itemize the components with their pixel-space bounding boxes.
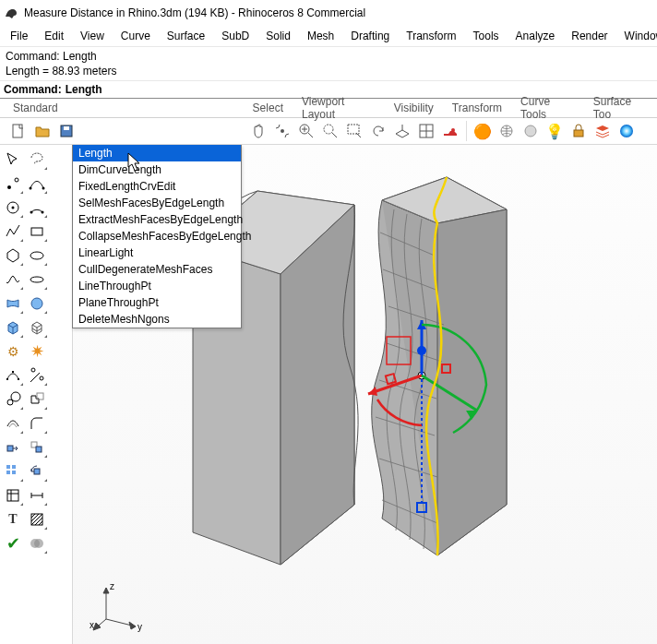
surface-icon[interactable]: [2, 292, 24, 315]
four-view-icon[interactable]: [415, 120, 437, 142]
autocomplete-item[interactable]: LineThroughPt: [73, 278, 241, 294]
toolbar-separator: [466, 121, 467, 141]
dimension-icon[interactable]: [26, 484, 48, 507]
pan-hand-icon[interactable]: [247, 120, 269, 142]
autocomplete-item[interactable]: DimCurveLength: [73, 161, 241, 178]
set-cplane-icon[interactable]: [391, 120, 413, 142]
menu-transform[interactable]: Transform: [398, 28, 464, 44]
tab-select[interactable]: Select: [244, 100, 293, 116]
edit-points-icon[interactable]: [2, 364, 24, 387]
menu-subd[interactable]: SubD: [213, 28, 257, 44]
command-input[interactable]: Length: [66, 83, 102, 96]
rotate-view-icon[interactable]: [271, 120, 293, 142]
svg-point-5: [324, 125, 333, 134]
autocomplete-item[interactable]: FixedLengthCrvEdit: [73, 178, 241, 195]
svg-point-28: [40, 376, 43, 380]
gear-icon[interactable]: ⚙: [2, 340, 24, 363]
menu-bar: File Edit View Curve Surface SubD Solid …: [0, 26, 657, 47]
text-icon[interactable]: T: [2, 508, 24, 531]
autocomplete-item[interactable]: Length: [73, 145, 241, 161]
zoom-extents-icon[interactable]: [319, 120, 341, 142]
lock-icon[interactable]: [567, 120, 590, 142]
autocomplete-item[interactable]: SelMeshFacesByEdgeLength: [73, 195, 241, 211]
menu-analyze[interactable]: Analyze: [508, 28, 564, 44]
properties-icon[interactable]: [2, 484, 24, 507]
svg-text:x: x: [90, 620, 94, 630]
array-icon[interactable]: [2, 460, 24, 483]
tab-transform[interactable]: Transform: [443, 100, 511, 116]
ghosted-icon[interactable]: [520, 120, 542, 142]
autocomplete-item[interactable]: CollapseMeshFacesByEdgeLength: [73, 228, 241, 244]
tab-viewport-layout[interactable]: Viewport Layout: [293, 93, 385, 123]
autocomplete-item[interactable]: PlaneThroughPt: [73, 294, 241, 311]
render-icon[interactable]: [615, 120, 638, 142]
rhino-app-icon: [4, 6, 18, 20]
offset-icon[interactable]: [2, 412, 24, 435]
tab-standard[interactable]: Standard: [4, 100, 67, 116]
menu-tools[interactable]: Tools: [465, 28, 508, 44]
named-view-icon[interactable]: [439, 120, 461, 142]
menu-window[interactable]: Window: [616, 28, 657, 44]
tab-curve-tools[interactable]: Curve Tools: [511, 93, 584, 123]
menu-surface[interactable]: Surface: [159, 28, 213, 44]
svg-point-19: [30, 211, 33, 214]
autocomplete-item[interactable]: DeleteMeshNgons: [73, 311, 241, 328]
check-icon[interactable]: ✔: [2, 532, 24, 555]
polyline-icon[interactable]: [2, 221, 24, 243]
zoom-dynamic-icon[interactable]: [295, 120, 317, 142]
tab-surface-tools[interactable]: Surface Too: [584, 93, 657, 123]
point-icon[interactable]: [2, 173, 24, 195]
undo-view-icon[interactable]: [367, 120, 389, 142]
fillet-icon[interactable]: [26, 412, 48, 435]
trim-icon[interactable]: [26, 364, 48, 387]
zoom-window-icon[interactable]: [343, 120, 365, 142]
rectangle-icon[interactable]: [26, 221, 48, 243]
lasso-icon[interactable]: [26, 149, 48, 171]
move-icon[interactable]: [2, 436, 24, 459]
rotate-icon[interactable]: [26, 460, 48, 483]
svg-rect-37: [6, 471, 10, 474]
new-file-icon[interactable]: [7, 120, 30, 142]
menu-render[interactable]: Render: [563, 28, 615, 44]
svg-rect-2: [64, 126, 69, 130]
boolean-icon[interactable]: [26, 532, 48, 555]
line-icon[interactable]: [2, 197, 24, 219]
svg-rect-32: [7, 446, 13, 451]
ellipse-icon[interactable]: [26, 244, 48, 267]
command-autocomplete[interactable]: Length DimCurveLength FixedLengthCrvEdit…: [72, 145, 242, 328]
menu-curve[interactable]: Curve: [113, 28, 159, 44]
arc-icon[interactable]: [26, 197, 48, 219]
layers-icon[interactable]: [591, 120, 614, 142]
svg-rect-40: [7, 490, 18, 501]
curve-tool-icon[interactable]: [26, 173, 48, 195]
menu-file[interactable]: File: [2, 28, 36, 44]
autocomplete-item[interactable]: ExtractMeshFacesByEdgeLength: [73, 211, 241, 228]
menu-drafting[interactable]: Drafting: [342, 28, 398, 44]
menu-solid[interactable]: Solid: [257, 28, 299, 44]
world-axis-icon: z y x: [90, 580, 145, 636]
pointer-icon[interactable]: [2, 149, 24, 171]
polygon-icon[interactable]: [2, 244, 24, 267]
idea-icon[interactable]: 💡: [544, 120, 566, 142]
menu-view[interactable]: View: [72, 28, 113, 44]
menu-edit[interactable]: Edit: [36, 28, 72, 44]
tab-visibility[interactable]: Visibility: [385, 100, 443, 116]
save-file-icon[interactable]: [55, 120, 78, 142]
join-icon[interactable]: [26, 388, 48, 411]
mesh-icon[interactable]: [26, 316, 48, 339]
open-file-icon[interactable]: [31, 120, 54, 142]
hatch-icon[interactable]: [26, 508, 48, 531]
interp-curve-icon[interactable]: [2, 268, 24, 291]
menu-mesh[interactable]: Mesh: [299, 28, 342, 44]
copy-icon[interactable]: [26, 436, 48, 459]
wireframe-icon[interactable]: [496, 120, 518, 142]
explode-icon[interactable]: ✷: [26, 340, 48, 363]
solid-sphere-icon[interactable]: [26, 292, 48, 315]
solid-box-icon[interactable]: [2, 316, 24, 339]
scale-icon[interactable]: [2, 388, 24, 411]
autocomplete-item[interactable]: LinearLight: [73, 244, 241, 261]
autocomplete-item[interactable]: CullDegenerateMeshFaces: [73, 261, 241, 278]
history-line: Length = 88.93 meters: [6, 64, 651, 78]
shade-icon[interactable]: 🟠: [472, 120, 494, 142]
freeform-icon[interactable]: [26, 268, 48, 291]
